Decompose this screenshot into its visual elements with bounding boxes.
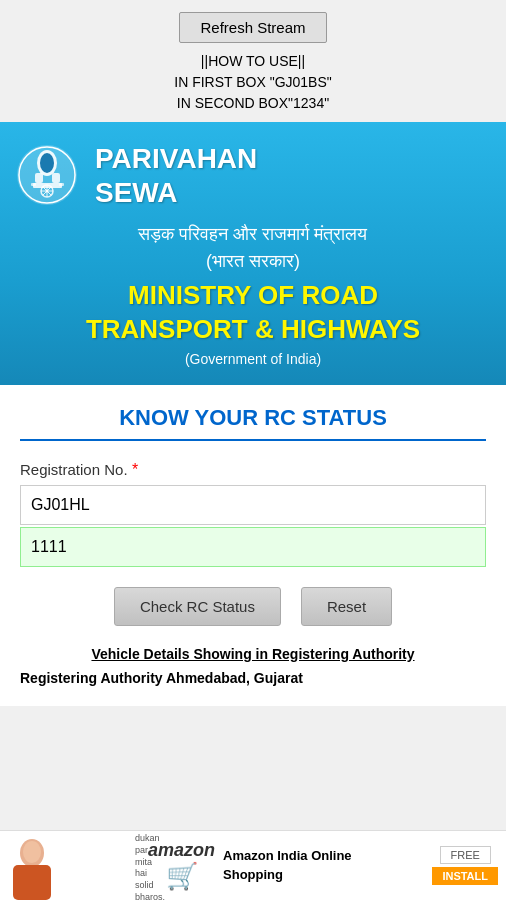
registration-first-input[interactable] [20, 485, 486, 525]
know-rc-title: KNOW YOUR RC STATUS [20, 405, 486, 441]
svg-rect-5 [52, 173, 60, 183]
ad-desc-title: Amazon India Online Shopping [223, 847, 424, 883]
amazon-cart-icon: 🛒 [166, 861, 198, 892]
how-to-use-text: ||HOW TO USE|| IN FIRST BOX "GJ01BS" IN … [174, 51, 332, 114]
vehicle-details-title: Vehicle Details Showing in Registering A… [20, 646, 486, 662]
amazon-logo-area: amazon 🛒 [148, 840, 215, 892]
top-bar: Refresh Stream ||HOW TO USE|| IN FIRST B… [0, 0, 506, 122]
ad-install-button[interactable]: INSTALL [432, 867, 498, 885]
registration-label-row: Registration No. * [20, 461, 486, 479]
how-to-line1: ||HOW TO USE|| [201, 53, 305, 69]
parivahan-title-text: PARIVAHAN SEWA [95, 142, 257, 209]
refresh-stream-button[interactable]: Refresh Stream [179, 12, 326, 43]
ad-left-section: Sirf apni dukan par mita hai solid bharo… [0, 831, 140, 900]
ashoka-emblem-icon [15, 143, 80, 208]
reset-button[interactable]: Reset [301, 587, 392, 626]
registering-authority: Registering Authority Ahmedabad, Gujarat [20, 670, 486, 686]
main-content: KNOW YOUR RC STATUS Registration No. * C… [0, 385, 506, 706]
banner-top-row: PARIVAHAN SEWA [15, 142, 257, 209]
govt-subtitle: (Government of India) [15, 351, 491, 367]
parivahan-title: PARIVAHAN SEWA [95, 142, 257, 209]
svg-point-3 [40, 153, 54, 173]
check-rc-status-button[interactable]: Check RC Status [114, 587, 281, 626]
ad-amazon-section: amazon 🛒 Amazon India Online Shopping FR… [140, 840, 506, 892]
required-star: * [132, 461, 138, 478]
ad-banner: Sirf apni dukan par mita hai solid bharo… [0, 830, 506, 900]
button-row: Check RC Status Reset [20, 587, 486, 626]
how-to-line2: IN FIRST BOX "GJ01BS" [174, 74, 332, 90]
hindi-subtitle: सड़क परिवहन और राजमार्ग मंत्रालय (भारत स… [15, 221, 491, 275]
ad-description: Amazon India Online Shopping [223, 847, 424, 883]
registration-label: Registration No. [20, 461, 128, 478]
how-to-line3: IN SECOND BOX"1234" [177, 95, 329, 111]
ad-person-image [5, 835, 60, 900]
svg-rect-14 [59, 183, 64, 186]
svg-rect-16 [13, 865, 51, 900]
svg-rect-13 [31, 183, 36, 186]
registration-second-input[interactable] [20, 527, 486, 567]
svg-rect-4 [35, 173, 43, 183]
ad-action-buttons: FREE INSTALL [432, 846, 498, 885]
ad-free-button[interactable]: FREE [440, 846, 491, 864]
ministry-title: MINISTRY OF ROAD TRANSPORT & HIGHWAYS [15, 279, 491, 347]
svg-point-17 [23, 841, 41, 863]
header-banner: PARIVAHAN SEWA सड़क परिवहन और राजमार्ग म… [0, 122, 506, 385]
